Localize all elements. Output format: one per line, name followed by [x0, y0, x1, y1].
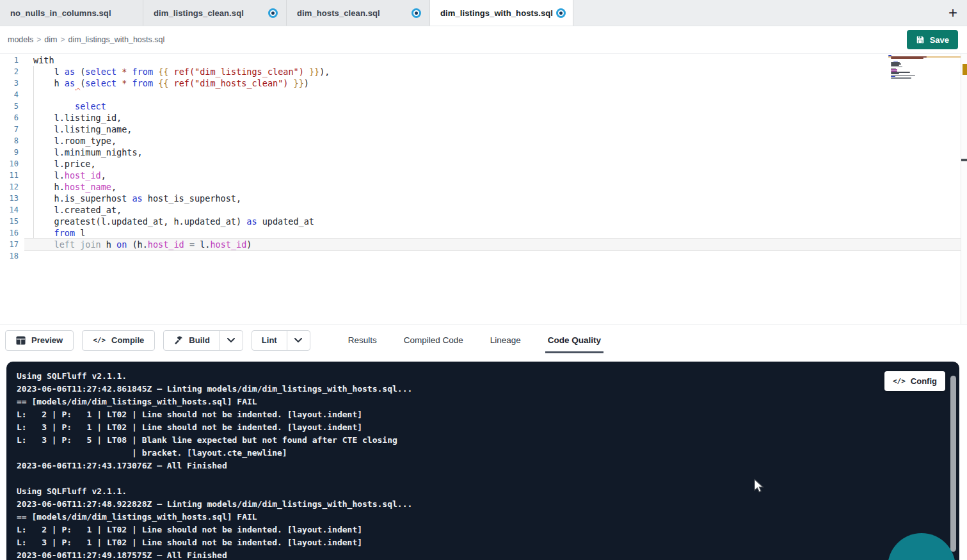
- line-number: 15: [0, 216, 24, 227]
- code-line[interactable]: 14 l.created_at,: [0, 204, 967, 216]
- build-button[interactable]: Build: [164, 331, 220, 350]
- code-token: l.minimum_nights,: [33, 147, 143, 157]
- lint-label: Lint: [262, 335, 277, 345]
- breadcrumb: models>dim>dim_listings_with_hosts.sql: [8, 35, 164, 44]
- config-label: Config: [911, 376, 937, 386]
- floppy-disk-icon: [916, 35, 925, 44]
- code-token: [75, 78, 80, 88]
- minimap[interactable]: [888, 55, 963, 80]
- line-content: l.created_at,: [24, 204, 967, 216]
- code-token: h: [33, 78, 65, 88]
- code-token: [168, 78, 173, 88]
- code-token: l: [75, 228, 85, 238]
- code-line[interactable]: 10 l.price,: [0, 158, 967, 170]
- code-line[interactable]: 6 l.listing_id,: [0, 112, 967, 124]
- terminal-line: 2023-06-06T11:27:48.922828Z — Linting mo…: [17, 498, 949, 511]
- code-token: ): [246, 239, 252, 250]
- compile-button[interactable]: </> Compile: [82, 330, 155, 351]
- line-number: 16: [0, 227, 24, 239]
- editor-tab[interactable]: dim_listings_clean.sql: [143, 0, 287, 26]
- code-line[interactable]: 4: [0, 89, 967, 100]
- code-line[interactable]: 18: [0, 250, 967, 262]
- code-token: ref("dim_hosts_clean"): [174, 78, 289, 88]
- code-token: [168, 67, 173, 77]
- terminal-line: | bracket. [layout.cte_newline]: [17, 447, 949, 460]
- code-line[interactable]: 5 select: [0, 100, 967, 112]
- build-dropdown-chevron[interactable]: [220, 331, 243, 350]
- code-token: left join: [54, 239, 101, 250]
- tab-list: no_nulls_in_columns.sqldim_listings_clea…: [0, 0, 573, 26]
- code-lines[interactable]: 1with2 l as (select * from {{ ref("dim_l…: [0, 54, 967, 262]
- code-token: l.price,: [33, 159, 96, 169]
- terminal-line: 2023-06-06T11:27:42.861845Z — Linting mo…: [17, 383, 949, 396]
- breadcrumb-separator: >: [36, 35, 41, 44]
- code-token: }}: [309, 67, 319, 77]
- code-token: with: [33, 55, 54, 65]
- code-line[interactable]: 16 from l: [0, 227, 967, 239]
- code-token: updated_at: [257, 216, 314, 227]
- panel-tab-compiled-code[interactable]: Compiled Code: [403, 324, 465, 356]
- code-token: [304, 67, 309, 77]
- editor-tab-bar: no_nulls_in_columns.sqldim_listings_clea…: [0, 0, 967, 26]
- code-line[interactable]: 13 h.is_superhost as host_is_superhost,: [0, 193, 967, 204]
- line-number: 9: [0, 147, 24, 158]
- lint-button[interactable]: Lint: [252, 331, 287, 350]
- hammer-icon: [173, 335, 183, 345]
- code-token: [116, 67, 122, 77]
- code-line[interactable]: 11 l.host_id,: [0, 170, 967, 181]
- code-token: host_id: [65, 170, 101, 180]
- code-token: select: [85, 78, 116, 88]
- code-token: [184, 239, 189, 250]
- code-line[interactable]: 12 h.host_name,: [0, 181, 967, 193]
- chevron-down-icon: [227, 338, 235, 342]
- terminal-scrollbar-thumb[interactable]: [950, 376, 956, 552]
- code-editor[interactable]: 1with2 l as (select * from {{ ref("dim_l…: [0, 54, 967, 324]
- code-line[interactable]: 8 l.room_type,: [0, 135, 967, 147]
- code-brackets-icon: </>: [893, 377, 906, 385]
- lint-dropdown-chevron[interactable]: [287, 331, 310, 350]
- line-content: l.listing_id,: [24, 112, 967, 124]
- editor-tab[interactable]: dim_listings_with_hosts.sql: [430, 0, 573, 26]
- code-token: ,: [111, 182, 116, 192]
- code-token: ,: [101, 170, 106, 180]
- line-content: [24, 250, 967, 262]
- code-token: {{: [158, 78, 168, 88]
- code-token: host_name: [65, 182, 111, 192]
- code-line[interactable]: 2 l as (select * from {{ ref("dim_listin…: [0, 66, 967, 77]
- panel-tab-lineage[interactable]: Lineage: [489, 324, 522, 356]
- line-content: from l: [24, 227, 967, 239]
- code-token: [127, 67, 132, 77]
- panel-tab-list: ResultsCompiled CodeLineageCode Quality: [347, 324, 627, 356]
- action-toolbar: Preview </> Compile Build Lint Resu: [0, 324, 967, 356]
- config-button[interactable]: </> Config: [884, 371, 945, 391]
- code-token: (h.: [127, 239, 148, 250]
- new-tab-button[interactable]: +: [939, 0, 967, 26]
- code-token: [153, 67, 158, 77]
- code-token: l.created_at,: [33, 205, 122, 215]
- lint-terminal[interactable]: Using SQLFluff v2.1.1.2023-06-06T11:27:4…: [6, 362, 959, 560]
- terminal-line: == [models/dim/dim_listings_with_hosts.s…: [17, 396, 949, 408]
- code-token: host_id: [210, 239, 246, 250]
- preview-button[interactable]: Preview: [5, 330, 74, 351]
- code-line[interactable]: 3 h as (select * from {{ ref("dim_hosts_…: [0, 77, 967, 89]
- code-token: select: [85, 67, 116, 77]
- editor-tab[interactable]: no_nulls_in_columns.sql: [0, 0, 143, 26]
- code-token: h.: [33, 182, 65, 192]
- line-content: with: [24, 54, 967, 66]
- line-number: 6: [0, 112, 24, 124]
- panel-tab-code-quality[interactable]: Code Quality: [547, 324, 602, 356]
- code-token: ): [304, 78, 309, 88]
- save-button[interactable]: Save: [907, 30, 958, 49]
- editor-scrollbar[interactable]: [961, 54, 967, 324]
- code-token: [127, 78, 132, 88]
- code-line[interactable]: 7 l.listing_name,: [0, 124, 967, 135]
- code-token: ),: [319, 67, 330, 77]
- breadcrumb-segment: dim: [44, 35, 57, 44]
- code-line[interactable]: 1with: [0, 54, 967, 66]
- editor-tab[interactable]: dim_hosts_clean.sql: [287, 0, 430, 26]
- code-line[interactable]: 9 l.minimum_nights,: [0, 147, 967, 158]
- code-line[interactable]: 15 greatest(l.updated_at, h.updated_at) …: [0, 216, 967, 227]
- code-token: l.listing_name,: [33, 124, 132, 134]
- code-line[interactable]: 17 left join h on (h.host_id = l.host_id…: [0, 239, 967, 250]
- panel-tab-results[interactable]: Results: [347, 324, 378, 356]
